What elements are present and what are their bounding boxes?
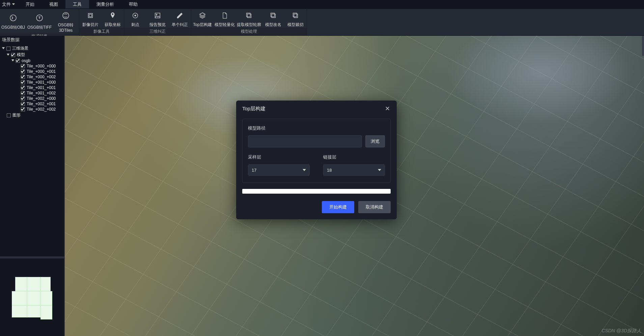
btn-model-rename[interactable]: 模型改名 xyxy=(262,9,284,28)
scrollbar-thumb[interactable] xyxy=(642,36,644,56)
tree-label: Tile_+002_+001 xyxy=(27,102,56,106)
menu-item-view[interactable]: 视图 xyxy=(42,0,65,8)
ribbon-label: OSGB转3DTiles xyxy=(53,22,79,33)
tree-tile[interactable]: Tile_+001_+000 xyxy=(2,80,62,85)
cancel-build-button[interactable]: 取消构建 xyxy=(358,201,391,213)
tree-label: Tile_+001_+000 xyxy=(27,80,56,85)
btn-image-slice[interactable]: 影像切片 xyxy=(79,9,102,28)
menu-item-tools[interactable]: 工具 xyxy=(65,0,89,8)
select-value: 17 xyxy=(252,168,256,173)
svg-point-2 xyxy=(63,12,69,19)
tree-tile[interactable]: Tile_+000_+000 xyxy=(2,63,62,69)
svg-point-0 xyxy=(10,15,16,21)
ribbon-group-correct: 刺点 报告预览 单个纠正 三维纠正 xyxy=(124,9,191,35)
start-build-button[interactable]: 开始构建 xyxy=(322,201,354,213)
ribbon-label: 模型改名 xyxy=(265,22,281,28)
convert-3dtiles-icon xyxy=(62,11,70,20)
ribbon-group-image: 影像切片 获取坐标 影像工具 xyxy=(79,9,124,35)
tree-model[interactable]: 模型 xyxy=(2,52,62,58)
convert-tiff-icon xyxy=(35,14,44,22)
menu-item-measure[interactable]: 测量分析 xyxy=(89,0,121,8)
svg-point-6 xyxy=(135,15,136,16)
ribbon-group-model: Top层构建 模型轻量化 提取模型轮廓 模型改名 模型裁切 模型处理 xyxy=(191,9,307,35)
label-sample-layer: 采样层 xyxy=(248,154,310,160)
btn-model-clip[interactable]: 模型裁切 xyxy=(284,9,307,28)
btn-osgb-to-obj[interactable]: OSGB转OBJ xyxy=(0,9,26,33)
ribbon-label: 获取坐标 xyxy=(105,22,121,28)
btn-model-light[interactable]: 模型轻量化 xyxy=(214,9,236,28)
tree-label: Tile_+000_+002 xyxy=(27,75,56,79)
ribbon-label: 报告预览 xyxy=(149,22,166,28)
tree-shapes[interactable]: 图形 xyxy=(2,112,62,118)
ribbon-label: 模型裁切 xyxy=(287,22,304,28)
tree-label: 模型 xyxy=(17,52,25,58)
btn-get-coord[interactable]: 获取坐标 xyxy=(102,9,124,28)
btn-extract-contour[interactable]: 提取模型轮廓 xyxy=(236,9,262,28)
ribbon-group-label: 模型处理 xyxy=(191,28,307,35)
tree-root[interactable]: 三维场景 xyxy=(2,45,62,52)
select-sample-layer[interactable]: 17 xyxy=(248,164,310,176)
ribbon-toolbar: OSGB转OBJ OSGB转TIFF OSGB转3DTiles 格式转换 影像切… xyxy=(0,9,644,36)
ribbon-label: 提取模型轮廓 xyxy=(237,22,261,28)
tree-tile[interactable]: Tile_+000_+002 xyxy=(2,74,62,80)
tree-label: Tile_+000_+000 xyxy=(27,64,56,68)
input-model-path[interactable] xyxy=(248,135,362,147)
btn-osgb-to-3dtiles[interactable]: OSGB转3DTiles xyxy=(53,9,79,33)
file-icon xyxy=(221,12,228,19)
select-value: 18 xyxy=(327,168,332,173)
location-icon xyxy=(109,12,116,19)
copy-icon xyxy=(270,12,277,19)
tree-tile[interactable]: Tile_+002_+002 xyxy=(2,107,62,112)
target-icon xyxy=(132,12,139,19)
progress-bar xyxy=(242,189,391,194)
svg-rect-13 xyxy=(294,14,298,18)
close-icon[interactable]: ✕ xyxy=(384,105,391,112)
minimap[interactable] xyxy=(0,258,64,336)
btn-osgb-to-tiff[interactable]: OSGB转TIFF xyxy=(26,9,53,33)
label-link-layer: 链接层 xyxy=(323,154,385,160)
dialog-top-build: Top层构建 ✕ 模型路径 浏览 采样层 17 xyxy=(236,101,397,219)
menu-file-label: 文件 xyxy=(2,1,11,7)
tree-label: Tile_+001_+002 xyxy=(27,91,56,95)
svg-point-8 xyxy=(156,14,157,15)
tree-tile[interactable]: Tile_+001_+002 xyxy=(2,90,62,96)
ribbon-label: 影像切片 xyxy=(82,22,99,28)
tree-tile[interactable]: Tile_+001_+001 xyxy=(2,85,62,90)
btn-top-build[interactable]: Top层构建 xyxy=(191,9,214,28)
btn-report-preview[interactable]: 报告预览 xyxy=(146,9,169,28)
viewport-3d[interactable]: CSDN @3D探路人 Top层构建 ✕ 模型路径 浏览 采样层 xyxy=(65,36,644,336)
ribbon-label: 单个纠正 xyxy=(172,22,188,28)
tree-label: Tile_+002_+000 xyxy=(27,96,56,101)
tree-label: osgb xyxy=(22,58,30,63)
convert-obj-icon xyxy=(9,14,17,22)
copy-icon xyxy=(245,12,253,19)
select-link-layer[interactable]: 18 xyxy=(323,164,385,176)
btn-single-correct[interactable]: 单个纠正 xyxy=(169,9,191,28)
svg-rect-7 xyxy=(155,13,160,18)
chevron-down-icon xyxy=(303,169,306,171)
minimap-grid xyxy=(12,277,52,317)
tree-label: 图形 xyxy=(12,112,21,118)
btn-prick[interactable]: 刺点 xyxy=(124,9,146,28)
tree-tile[interactable]: Tile_+002_+000 xyxy=(2,96,62,101)
image-icon xyxy=(154,12,161,19)
dialog-title: Top层构建 xyxy=(242,106,265,112)
tree-label: 三维场景 xyxy=(12,46,28,51)
tree-osgb[interactable]: osgb xyxy=(2,58,62,63)
tree-label: Tile_+002_+002 xyxy=(27,107,56,112)
chevron-down-icon xyxy=(378,169,381,171)
ribbon-label: OSGB转OBJ xyxy=(1,25,25,30)
chevron-down-icon xyxy=(12,3,15,5)
menu-item-start[interactable]: 开始 xyxy=(18,0,42,8)
menu-file[interactable]: 文件 xyxy=(0,1,18,7)
watermark: CSDN @3D探路人 xyxy=(601,328,641,334)
tree-tile[interactable]: Tile_+002_+001 xyxy=(2,101,62,107)
tree-label: Tile_+001_+001 xyxy=(27,85,56,90)
menu-item-help[interactable]: 帮助 xyxy=(121,0,145,8)
tree-tile[interactable]: Tile_+000_+001 xyxy=(2,69,62,74)
scene-tree[interactable]: 三维场景 模型 osgb Tile_+000_+000 Tile_+000_+0… xyxy=(0,44,64,256)
svg-rect-3 xyxy=(88,13,93,18)
ribbon-label: OSGB转TIFF xyxy=(27,25,52,30)
browse-button[interactable]: 浏览 xyxy=(365,135,385,147)
svg-rect-4 xyxy=(89,14,91,17)
